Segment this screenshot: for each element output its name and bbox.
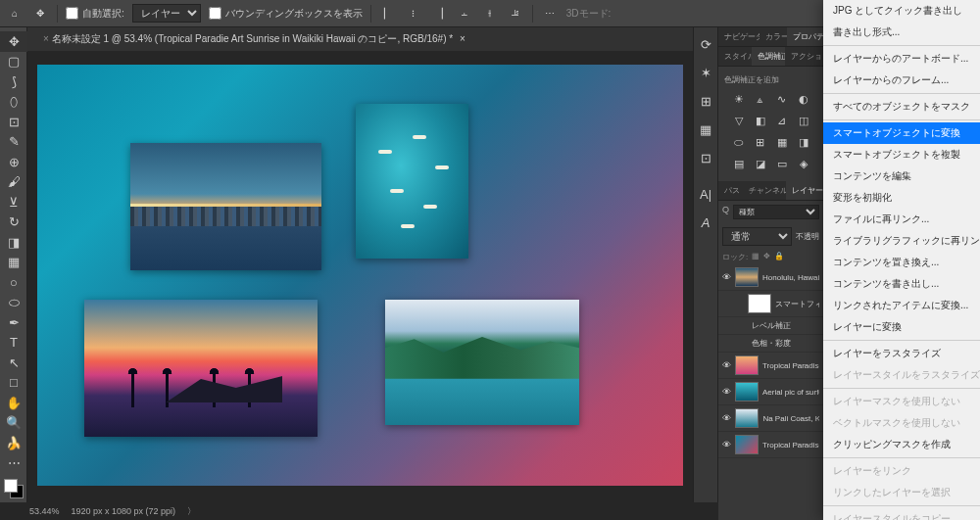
- foreground-color-swatch[interactable]: [4, 479, 18, 493]
- placed-image-1[interactable]: [130, 143, 321, 270]
- brushes-panel-icon[interactable]: ⊞: [701, 94, 711, 109]
- libraries-panel-icon[interactable]: ⊡: [701, 151, 711, 165]
- banana-icon[interactable]: 🍌: [0, 433, 27, 453]
- menu-item[interactable]: すべてのオブジェクトをマスク: [823, 96, 980, 118]
- align-top-icon[interactable]: ⫠: [456, 5, 473, 23]
- blend-mode-select[interactable]: 通常: [722, 227, 792, 246]
- menu-item[interactable]: クリッピングマスクを作成: [823, 434, 980, 455]
- shape-tool[interactable]: □: [0, 373, 27, 394]
- layer-thumbnail[interactable]: [748, 294, 771, 313]
- tab-actions[interactable]: アクション: [785, 47, 823, 66]
- eyedropper-tool[interactable]: ✎: [0, 132, 27, 153]
- color-balance-icon[interactable]: ⊿: [774, 113, 790, 128]
- layer-thumbnail[interactable]: [735, 435, 759, 454]
- visibility-icon[interactable]: 👁: [722, 360, 731, 370]
- menu-item[interactable]: コンテンツを置き換え...: [823, 252, 980, 273]
- pen-tool[interactable]: ✒: [0, 312, 27, 333]
- menu-item[interactable]: コンテンツを編集: [823, 165, 980, 187]
- layer-name[interactable]: Aerial pic of surfers seat: [762, 388, 819, 397]
- glyphs-panel-icon[interactable]: A: [702, 215, 710, 230]
- visibility-icon[interactable]: 👁: [722, 387, 731, 397]
- tab-layers[interactable]: レイヤー: [786, 181, 823, 200]
- crop-tool[interactable]: ⊡: [0, 112, 27, 132]
- layer-name[interactable]: Tropical Paradise Art S: [762, 361, 819, 370]
- layer-name[interactable]: 色相・彩度: [752, 338, 791, 349]
- zoom-tool[interactable]: 🔍: [0, 413, 27, 434]
- exposure-icon[interactable]: ◐: [796, 91, 811, 107]
- auto-select-checkbox[interactable]: 自動選択:: [66, 7, 124, 21]
- wand-tool[interactable]: ⬯: [0, 92, 27, 113]
- align-middle-icon[interactable]: ⫲: [481, 5, 499, 23]
- gradient-map-icon[interactable]: ▭: [774, 156, 790, 171]
- canvas-area[interactable]: [27, 51, 693, 502]
- invert-icon[interactable]: ◨: [796, 134, 811, 150]
- stamp-tool[interactable]: ⊻: [0, 192, 27, 213]
- align-center-icon[interactable]: ⫶: [405, 5, 422, 23]
- lock-pixels-icon[interactable]: ▦: [752, 252, 760, 262]
- curves-icon[interactable]: ∿: [774, 91, 790, 107]
- tab-adjustments[interactable]: 色調補正: [752, 47, 785, 66]
- tab-paths[interactable]: パス: [718, 181, 743, 200]
- layer-row[interactable]: 👁Honolulu, Hawaii. Sky: [718, 264, 823, 291]
- visibility-icon[interactable]: 👁: [722, 272, 731, 282]
- lock-all-icon[interactable]: 🔒: [774, 252, 784, 262]
- layer-row[interactable]: 👁Tropical Paradise Art S: [718, 353, 823, 379]
- gradient-tool[interactable]: ▦: [0, 253, 27, 273]
- vibrance-icon[interactable]: ▽: [731, 113, 747, 128]
- hand-tool[interactable]: ✋: [0, 393, 27, 413]
- menu-item[interactable]: ライブラリグラフィックに再リンク...: [823, 230, 980, 252]
- layer-name[interactable]: Tropical Paradise Art S: [762, 441, 819, 449]
- tab-color[interactable]: カラー: [760, 27, 786, 46]
- menu-item[interactable]: 書き出し形式...: [823, 22, 980, 43]
- visibility-icon[interactable]: 👁: [722, 413, 731, 423]
- heal-tool[interactable]: ⊕: [0, 152, 27, 172]
- auto-select-target[interactable]: レイヤー: [132, 4, 201, 23]
- type-tool[interactable]: T: [0, 333, 27, 354]
- move-icon[interactable]: ✥: [31, 5, 49, 23]
- bounding-box-checkbox[interactable]: バウンディングボックスを表示: [209, 7, 363, 21]
- layer-thumbnail[interactable]: [735, 267, 759, 287]
- align-bottom-icon[interactable]: ⫡: [507, 5, 524, 23]
- color-swatches[interactable]: [0, 477, 26, 502]
- menu-item[interactable]: リンクされたアイテムに変換...: [823, 295, 980, 316]
- status-chevron-icon[interactable]: 〉: [187, 505, 196, 518]
- menu-item[interactable]: スマートオブジェクトを複製: [823, 144, 980, 165]
- brightness-icon[interactable]: ☀: [731, 91, 747, 107]
- menu-item[interactable]: コンテンツを書き出し...: [823, 273, 980, 295]
- path-tool[interactable]: ↖: [0, 353, 27, 373]
- menu-item[interactable]: 変形を初期化: [823, 187, 980, 209]
- menu-item[interactable]: レイヤーからのアートボード...: [823, 48, 980, 70]
- layer-filter-kind[interactable]: 種類: [733, 205, 819, 219]
- tab-channels[interactable]: チャンネル: [743, 181, 786, 200]
- lookup-icon[interactable]: ▦: [774, 134, 790, 150]
- layer-name[interactable]: スマートフィルタ: [775, 299, 819, 309]
- placed-image-2[interactable]: [356, 104, 468, 259]
- layer-row[interactable]: 色相・彩度: [718, 335, 823, 353]
- dodge-tool[interactable]: ⬭: [0, 293, 27, 313]
- home-icon[interactable]: ⌂: [6, 5, 24, 23]
- levels-icon[interactable]: ⟁: [753, 91, 768, 107]
- tab-properties[interactable]: プロパティ: [787, 27, 823, 46]
- placed-image-4[interactable]: [385, 300, 579, 425]
- lasso-tool[interactable]: ⟆: [0, 71, 27, 92]
- hue-icon[interactable]: ◧: [753, 113, 768, 128]
- zoom-level[interactable]: 53.44%: [29, 506, 60, 516]
- history-brush-tool[interactable]: ↻: [0, 213, 27, 233]
- menu-item[interactable]: ファイルに再リンク...: [823, 209, 980, 230]
- tab-navigator[interactable]: ナビゲーター: [718, 27, 760, 46]
- layer-thumbnail[interactable]: [735, 355, 759, 375]
- layer-row[interactable]: 👁Aerial pic of surfers seat: [718, 379, 823, 405]
- edit-toolbar[interactable]: ⋯: [0, 453, 27, 474]
- visibility-icon[interactable]: 👁: [722, 440, 731, 449]
- layer-thumbnail[interactable]: [735, 382, 759, 402]
- menu-item[interactable]: レイヤーをラスタライズ: [823, 343, 980, 364]
- photo-filter-icon[interactable]: ⬭: [731, 134, 747, 150]
- menu-item[interactable]: スマートオブジェクトに変換: [823, 122, 980, 144]
- eraser-tool[interactable]: ◨: [0, 232, 27, 253]
- paragraph-panel-icon[interactable]: A|: [700, 187, 711, 202]
- menu-item[interactable]: レイヤーに変換: [823, 316, 980, 338]
- layer-row[interactable]: レベル補正: [718, 317, 823, 335]
- placed-image-3[interactable]: [84, 300, 318, 437]
- layer-name[interactable]: Honolulu, Hawaii. Sky: [762, 273, 819, 282]
- selective-color-icon[interactable]: ◈: [796, 156, 811, 171]
